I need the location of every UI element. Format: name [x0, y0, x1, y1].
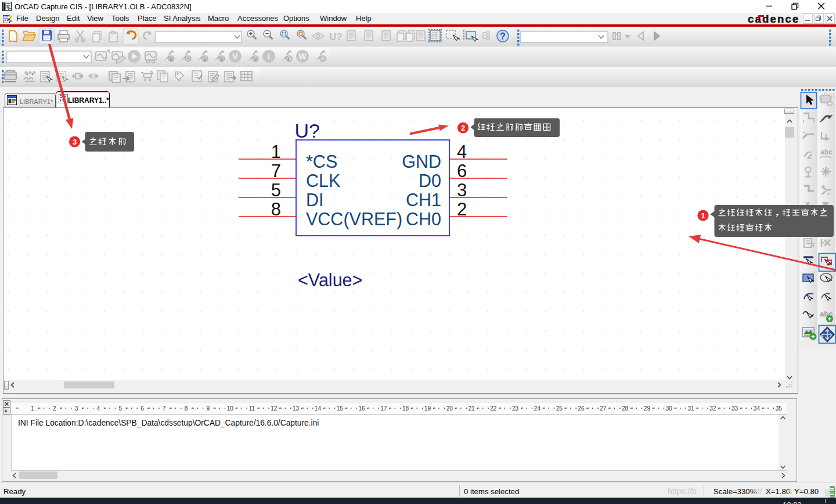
svg-text:3: 3: [73, 138, 77, 146]
svg-text:2: 2: [461, 124, 465, 132]
svg-text:1: 1: [701, 211, 705, 220]
